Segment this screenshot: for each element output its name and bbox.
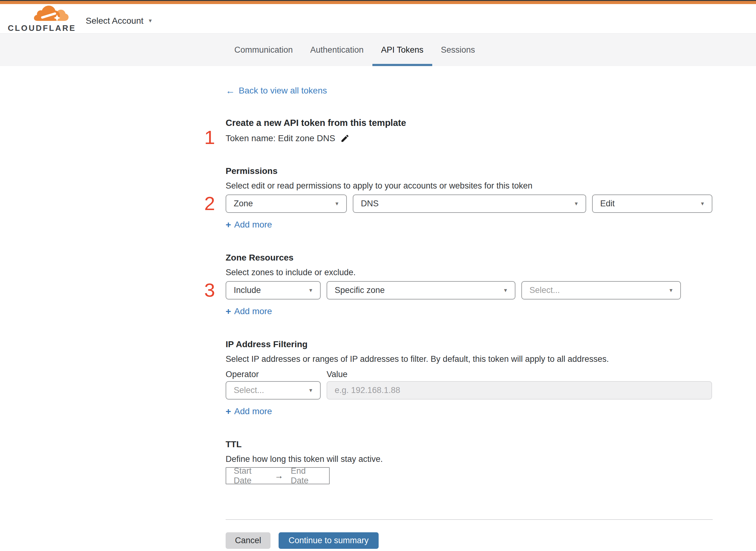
- permission-scope-select[interactable]: Zone ▼: [226, 194, 347, 213]
- chevron-down-icon: ▼: [308, 288, 313, 293]
- token-name-row: 1 Token name: Edit zone DNS: [226, 132, 713, 145]
- chevron-down-icon: ▼: [503, 288, 508, 293]
- chevron-down-icon: ▼: [148, 18, 153, 23]
- footer-divider: [226, 519, 713, 520]
- ip-filtering-title: IP Address Filtering: [226, 339, 713, 350]
- back-to-tokens-link[interactable]: ← Back to view all tokens: [226, 86, 327, 96]
- edit-pencil-icon[interactable]: [340, 134, 349, 143]
- permissions-row: 2 Zone ▼ DNS ▼ Edit ▼: [226, 194, 713, 213]
- chevron-down-icon: ▼: [700, 201, 705, 206]
- permission-level-select[interactable]: Edit ▼: [592, 194, 712, 213]
- back-arrow-icon: ←: [226, 86, 235, 95]
- header: CLOUDFLARE Select Account ▼: [0, 4, 756, 33]
- plus-icon: +: [226, 220, 231, 229]
- zone-resources-add-more-link[interactable]: + Add more: [226, 307, 272, 316]
- tab-bar: Communication Authentication API Tokens …: [0, 33, 756, 66]
- zone-include-select[interactable]: Include ▼: [226, 281, 321, 300]
- end-date-placeholder: End Date: [291, 466, 321, 486]
- ttl-description: Define how long this token will stay act…: [226, 454, 713, 465]
- plus-icon: +: [226, 307, 231, 316]
- permissions-add-more-link[interactable]: + Add more: [226, 220, 272, 230]
- tab-authentication[interactable]: Authentication: [302, 34, 372, 66]
- chevron-down-icon: ▼: [334, 201, 339, 206]
- step-number-3: 3: [197, 281, 215, 300]
- zone-resources-description: Select zones to include or exclude.: [226, 267, 713, 278]
- zone-resources-row: 3 Include ▼ Specific zone ▼ Select... ▼: [226, 281, 713, 300]
- main-content: ← Back to view all tokens Create a new A…: [226, 66, 713, 551]
- chevron-down-icon: ▼: [668, 288, 673, 293]
- step-number-1: 1: [197, 128, 215, 147]
- back-link-label: Back to view all tokens: [239, 86, 327, 96]
- tab-api-tokens[interactable]: API Tokens: [372, 34, 432, 66]
- token-name-text: Token name: Edit zone DNS: [226, 132, 335, 145]
- ip-operator-select[interactable]: Select... ▼: [226, 381, 321, 400]
- plus-icon: +: [226, 407, 231, 416]
- account-selector[interactable]: Select Account ▼: [86, 16, 153, 26]
- cloudflare-cloud-icon: [33, 5, 69, 23]
- tab-communication[interactable]: Communication: [226, 34, 302, 66]
- page-title: Create a new API token from this templat…: [226, 117, 713, 128]
- value-label: Value: [326, 369, 347, 380]
- zone-resources-title: Zone Resources: [226, 252, 713, 263]
- ttl-date-range-picker[interactable]: Start Date → End Date: [226, 467, 330, 484]
- ip-filtering-description: Select IP addresses or ranges of IP addr…: [226, 354, 713, 365]
- ttl-title: TTL: [226, 439, 713, 450]
- start-date-placeholder: Start Date: [234, 466, 267, 486]
- tab-sessions[interactable]: Sessions: [432, 34, 484, 66]
- ip-filtering-add-more-link[interactable]: + Add more: [226, 406, 272, 416]
- arrow-right-icon: →: [274, 471, 283, 481]
- continue-to-summary-button[interactable]: Continue to summary: [278, 532, 379, 549]
- permission-resource-select[interactable]: DNS ▼: [353, 194, 586, 213]
- permissions-description: Select edit or read permissions to apply…: [226, 180, 713, 191]
- ip-value-input[interactable]: [326, 381, 712, 400]
- brand-accent-bar: [0, 1, 756, 4]
- zone-type-select[interactable]: Specific zone ▼: [326, 281, 516, 300]
- zone-picker-select[interactable]: Select... ▼: [521, 281, 681, 300]
- operator-label: Operator: [226, 369, 326, 380]
- account-selector-label: Select Account: [86, 16, 143, 26]
- ip-filtering-row: Select... ▼: [226, 381, 713, 400]
- permissions-title: Permissions: [226, 165, 713, 177]
- step-number-2: 2: [197, 194, 215, 213]
- ip-filtering-labels: Operator Value: [226, 369, 713, 380]
- footer-actions: Cancel Continue to summary: [226, 532, 713, 551]
- chevron-down-icon: ▼: [308, 388, 313, 393]
- chevron-down-icon: ▼: [574, 201, 579, 206]
- cloudflare-logo: CLOUDFLARE: [8, 5, 70, 33]
- cancel-button[interactable]: Cancel: [226, 532, 270, 549]
- cloudflare-wordmark: CLOUDFLARE: [8, 23, 70, 33]
